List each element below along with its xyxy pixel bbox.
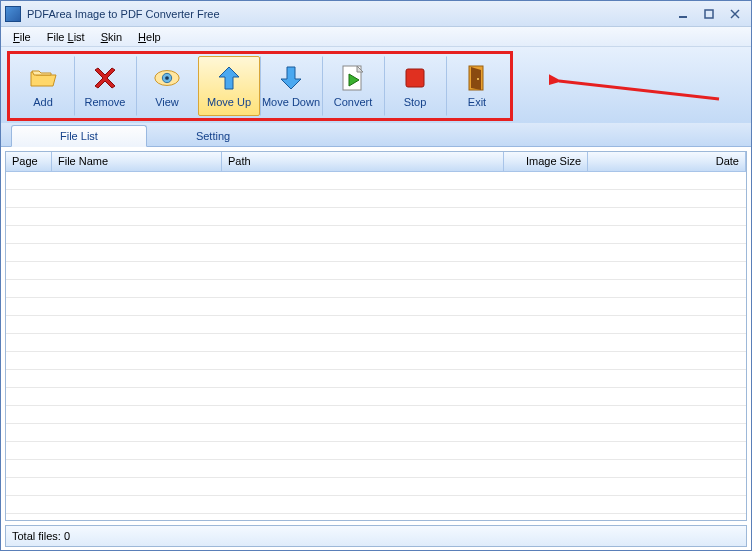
table-row — [6, 460, 746, 478]
tab-filelist[interactable]: File List — [11, 125, 147, 147]
add-label: Add — [33, 96, 53, 108]
table-row — [6, 298, 746, 316]
page-play-icon — [339, 64, 367, 92]
table-row — [6, 262, 746, 280]
window-title: PDFArea Image to PDF Converter Free — [27, 8, 669, 20]
table-row — [6, 352, 746, 370]
stop-square-icon — [401, 64, 429, 92]
file-list-grid[interactable]: Page File Name Path Image Size Date — [5, 151, 747, 521]
tab-setting[interactable]: Setting — [147, 124, 279, 146]
close-button[interactable] — [723, 5, 747, 23]
tab-setting-label: Setting — [196, 130, 230, 142]
table-row — [6, 280, 746, 298]
moveup-label: Move Up — [207, 96, 251, 108]
menu-help[interactable]: Help — [130, 29, 169, 45]
arrow-up-icon — [215, 64, 243, 92]
exit-button[interactable]: Exit — [446, 56, 508, 116]
convert-label: Convert — [334, 96, 373, 108]
menu-file[interactable]: File — [5, 29, 39, 45]
svg-rect-8 — [406, 69, 424, 87]
convert-button[interactable]: Convert — [322, 56, 384, 116]
minimize-button[interactable] — [671, 5, 695, 23]
table-row — [6, 370, 746, 388]
grid-header: Page File Name Path Image Size Date — [6, 152, 746, 172]
col-page[interactable]: Page — [6, 152, 52, 171]
view-button[interactable]: View — [136, 56, 198, 116]
stop-label: Stop — [404, 96, 427, 108]
table-row — [6, 406, 746, 424]
table-row — [6, 244, 746, 262]
red-arrow-annotation — [549, 71, 729, 111]
table-row — [6, 496, 746, 514]
arrow-down-icon — [277, 64, 305, 92]
col-imagesize[interactable]: Image Size — [504, 152, 588, 171]
eye-icon — [153, 64, 181, 92]
menu-bar: File File List Skin Help — [1, 27, 751, 47]
table-row — [6, 442, 746, 460]
moveup-button[interactable]: Move Up — [198, 56, 260, 116]
menu-skin[interactable]: Skin — [93, 29, 130, 45]
svg-rect-1 — [705, 10, 713, 18]
tab-filelist-label: File List — [60, 130, 98, 142]
toolbar: Add Remove View Move Up Move Down — [1, 47, 751, 123]
table-row — [6, 172, 746, 190]
x-red-icon — [91, 64, 119, 92]
table-row — [6, 388, 746, 406]
svg-point-6 — [165, 76, 169, 80]
table-row — [6, 208, 746, 226]
tab-strip: File List Setting — [1, 123, 751, 147]
door-exit-icon — [463, 64, 491, 92]
movedown-button[interactable]: Move Down — [260, 56, 322, 116]
svg-line-11 — [559, 81, 719, 99]
col-date[interactable]: Date — [588, 152, 746, 171]
menu-filelist[interactable]: File List — [39, 29, 93, 45]
remove-button[interactable]: Remove — [74, 56, 136, 116]
remove-label: Remove — [85, 96, 126, 108]
table-row — [6, 478, 746, 496]
col-filename[interactable]: File Name — [52, 152, 222, 171]
folder-open-icon — [29, 64, 57, 92]
movedown-label: Move Down — [262, 96, 320, 108]
maximize-button[interactable] — [697, 5, 721, 23]
view-label: View — [155, 96, 179, 108]
table-row — [6, 424, 746, 442]
svg-point-10 — [477, 78, 479, 80]
toolbar-highlight-annotation: Add Remove View Move Up Move Down — [7, 51, 513, 121]
app-icon — [5, 6, 21, 22]
status-totalfiles: Total files: 0 — [12, 530, 70, 542]
title-bar: PDFArea Image to PDF Converter Free — [1, 1, 751, 27]
stop-button[interactable]: Stop — [384, 56, 446, 116]
table-row — [6, 334, 746, 352]
status-bar: Total files: 0 — [5, 525, 747, 547]
col-path[interactable]: Path — [222, 152, 504, 171]
exit-label: Exit — [468, 96, 486, 108]
table-row — [6, 190, 746, 208]
table-row — [6, 226, 746, 244]
add-button[interactable]: Add — [12, 56, 74, 116]
table-row — [6, 316, 746, 334]
grid-body — [6, 172, 746, 520]
